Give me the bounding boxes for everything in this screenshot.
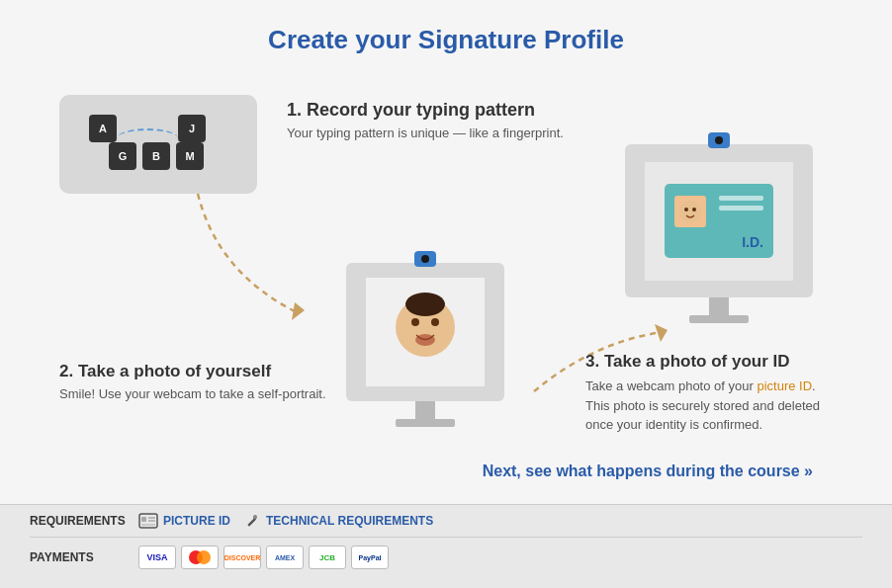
- next-link[interactable]: Next, see what happens during the course…: [483, 462, 813, 480]
- mc-icon: [186, 548, 214, 566]
- requirements-label: REQUIREMENTS: [30, 514, 124, 528]
- webcam-lens-step2: [421, 255, 429, 263]
- requirements-row: REQUIREMENTS PICTURE ID TECHNICAL REQUIR…: [30, 513, 862, 529]
- monitor-base-step3: [689, 315, 749, 323]
- webcam-step2: [414, 251, 436, 267]
- svg-point-5: [405, 293, 445, 316]
- monitor-base-step2: [396, 419, 455, 427]
- id-line-1: [719, 196, 763, 201]
- svg-point-7: [679, 201, 701, 222]
- monitor-step2: [346, 263, 504, 427]
- key-j: J: [178, 115, 206, 142]
- step3-text: 3. Take a photo of your ID Take a webcam…: [585, 352, 833, 435]
- step3-heading: 3. Take a photo of your ID: [585, 352, 833, 372]
- svg-point-2: [411, 318, 419, 326]
- svg-marker-6: [655, 324, 668, 342]
- step1-text: 1. Record your typing pattern Your typin…: [287, 100, 564, 140]
- step3-desc-prefix: Take a webcam photo of your: [585, 378, 757, 393]
- face-icon: [391, 293, 460, 372]
- visa-card: VISA: [138, 546, 176, 569]
- id-line-2: [719, 206, 763, 210]
- monitor-screen-step3: I.D.: [625, 144, 813, 297]
- svg-point-8: [684, 208, 688, 211]
- monitor-stand-step2: [415, 401, 435, 419]
- footer-divider: [30, 537, 862, 538]
- id-lines: [719, 196, 763, 210]
- monitor-stand-step3: [709, 297, 729, 315]
- picture-id-footer-label: PICTURE ID: [163, 514, 230, 528]
- wrench-icon: [245, 513, 261, 529]
- step1-heading: 1. Record your typing pattern: [287, 100, 564, 121]
- step3-description: Take a webcam photo of your picture ID. …: [585, 377, 833, 435]
- arrow-1-to-2: [138, 174, 356, 342]
- monitor-step3: I.D.: [625, 144, 813, 323]
- key-a: A: [89, 115, 117, 142]
- id-card-illustration: I.D.: [665, 184, 773, 258]
- footer: REQUIREMENTS PICTURE ID TECHNICAL REQUIR…: [0, 504, 892, 588]
- dashed-arc: [117, 128, 178, 148]
- step1-description: Your typing pattern is unique — like a f…: [287, 126, 564, 140]
- right-monitor: I.D.: [625, 144, 813, 323]
- payments-row: PAYMENTS VISA DISCOVER AMEX JCB PayPal: [30, 546, 862, 569]
- main-content: Create your Signature Profile A J G B M …: [0, 0, 892, 504]
- key-m: M: [176, 142, 204, 170]
- paypal-card: PayPal: [351, 546, 389, 569]
- monitor-inner-step2: [366, 278, 485, 386]
- webcam-lens-step3: [715, 136, 723, 144]
- discover-card: DISCOVER: [223, 546, 261, 569]
- picture-id-footer-link[interactable]: PICTURE ID: [138, 513, 230, 529]
- amex-card: AMEX: [266, 546, 304, 569]
- jcb-card: JCB: [309, 546, 346, 569]
- tech-req-footer-link[interactable]: TECHNICAL REQUIREMENTS: [245, 513, 433, 529]
- tech-req-footer-label: TECHNICAL REQUIREMENTS: [266, 514, 433, 528]
- svg-marker-0: [292, 302, 305, 320]
- mastercard-card: [181, 546, 219, 569]
- id-card-icon: [138, 513, 158, 529]
- webcam-step3: [708, 132, 730, 148]
- payment-icons: VISA DISCOVER AMEX JCB PayPal: [138, 546, 389, 569]
- id-label: I.D.: [742, 234, 763, 250]
- step2-description: Smile! Use your webcam to take a self-po…: [59, 386, 326, 401]
- svg-rect-11: [141, 517, 146, 522]
- id-face-icon: [676, 198, 704, 225]
- page-title: Create your Signature Profile: [40, 25, 852, 55]
- step2-text: 2. Take a photo of yourself Smile! Use y…: [59, 362, 326, 401]
- payments-label: PAYMENTS: [30, 550, 124, 564]
- monitor-inner-step3: I.D.: [645, 162, 793, 281]
- step2-heading: 2. Take a photo of yourself: [59, 362, 326, 381]
- picture-id-link[interactable]: picture ID: [757, 378, 812, 393]
- steps-area: A J G B M 1. Record your typing pattern …: [40, 75, 852, 490]
- id-photo: [674, 196, 706, 227]
- center-monitor: [346, 263, 504, 427]
- keyboard-keys: A J G B M: [89, 115, 227, 174]
- svg-point-15: [253, 515, 257, 519]
- svg-point-3: [431, 318, 439, 326]
- svg-point-17: [197, 550, 211, 564]
- svg-point-9: [692, 208, 696, 211]
- monitor-screen-step2: [346, 263, 504, 401]
